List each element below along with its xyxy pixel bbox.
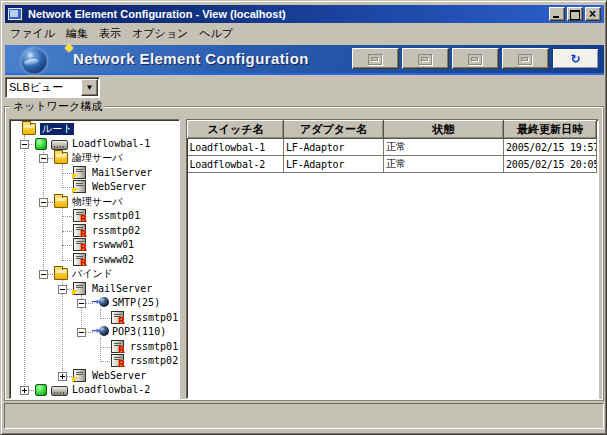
tree-item[interactable]: rswww01 [12, 238, 177, 253]
expand-icon[interactable] [20, 386, 29, 395]
title-bar[interactable]: Network Element Configuration - View (lo… [5, 5, 604, 23]
server-r-icon [73, 209, 86, 222]
tool-button-1[interactable] [352, 48, 399, 69]
tree-item[interactable]: WebServer [12, 180, 177, 195]
collapse-icon[interactable] [77, 299, 86, 308]
tree-item-label: Loadflowbal-1 [72, 138, 150, 150]
combobox-drop-button[interactable]: ▼ [81, 79, 98, 96]
folder-icon [54, 268, 68, 280]
collapse-icon[interactable] [39, 270, 48, 279]
table-cell: LF-Adaptor [284, 156, 384, 173]
tool-button-3-icon [468, 53, 484, 65]
tree-item[interactable]: rssmtp01 [12, 209, 177, 224]
view-selector-value: SLBビュー [6, 78, 81, 97]
tool-button-4-icon [518, 53, 534, 65]
tree-item-label: POP3(110) [112, 326, 166, 338]
tree-item-label: rswww02 [92, 254, 134, 266]
menu-item-1[interactable]: 編集 [61, 24, 94, 43]
network-tree: ルートLoadflowbal-1論理サーバMailServerWebServer… [12, 122, 177, 396]
expand-icon[interactable] [58, 372, 67, 381]
tool-button-4[interactable] [502, 48, 549, 69]
tree-connector [62, 208, 63, 261]
server-r-icon [111, 354, 124, 367]
server-r-icon [111, 311, 124, 324]
tree-item[interactable]: rssmtp01 [12, 340, 177, 355]
collapse-icon[interactable] [77, 328, 86, 337]
collapse-icon[interactable] [39, 154, 48, 163]
tree-item[interactable]: ルート [12, 122, 177, 137]
menu-item-0[interactable]: ファイル [5, 24, 61, 43]
collapse-icon[interactable] [58, 285, 67, 294]
tree-connector [100, 338, 101, 362]
tree-item[interactable]: SMTP(25) [12, 296, 177, 311]
column-header-2[interactable]: 状態 [384, 121, 504, 139]
view-selector-combobox[interactable]: SLBビュー ▼ [5, 77, 100, 98]
server-arrow-icon [73, 369, 86, 382]
tree-item[interactable]: WebServer [12, 369, 177, 384]
tree-connector [24, 135, 25, 391]
table-cell: 正常 [384, 156, 504, 173]
menu-item-3[interactable]: オプション [127, 24, 194, 43]
table-row[interactable]: Loadflowbal-1LF-Adaptor正常2005/02/15 19:5… [188, 139, 597, 156]
tree-item-label: rswww01 [92, 239, 134, 251]
tree-item[interactable]: Loadflowbal-2 [12, 383, 177, 398]
table-cell: 2005/02/15 20:05 [504, 156, 597, 173]
tree-item[interactable]: rswww02 [12, 253, 177, 268]
tree-item-label: WebServer [92, 370, 146, 382]
tree-item[interactable]: Loadflowbal-1 [12, 137, 177, 152]
close-button[interactable] [585, 7, 601, 21]
refresh-button[interactable]: ↻ [552, 48, 599, 69]
tool-button-2-icon [418, 53, 434, 65]
switch-table-panel: スイッチ名アダプター名状態最終更新日時Loadflowbal-1LF-Adapt… [186, 119, 599, 399]
tree-connector [100, 309, 101, 319]
window-title: Network Element Configuration - View (lo… [28, 8, 286, 20]
chevron-down-icon: ▼ [86, 83, 94, 92]
tree-connector [62, 164, 63, 188]
tree-item[interactable]: MailServer [12, 166, 177, 181]
app-icon [8, 8, 22, 20]
tree-item-label: rssmtp01 [92, 210, 140, 222]
network-groupbox-label: ネットワーク構成 [10, 99, 105, 114]
menu-item-2[interactable]: 表示 [94, 24, 127, 43]
tree-item-label: 論理サーバ [72, 152, 122, 164]
switch-icon [51, 386, 68, 396]
table-row[interactable]: Loadflowbal-2LF-Adaptor正常2005/02/15 20:0… [188, 156, 597, 173]
tree-item-label: rssmtp01 [130, 341, 178, 353]
tree-item[interactable]: 論理サーバ [12, 151, 177, 166]
tree-item-label: バインド [72, 268, 113, 280]
tree-item-label: SMTP(25) [112, 297, 160, 309]
column-header-3[interactable]: 最終更新日時 [504, 121, 597, 139]
tree-item[interactable]: バインド [12, 267, 177, 282]
globe-logo-icon [21, 48, 47, 74]
tree-item[interactable]: rssmtp02 [12, 224, 177, 239]
tree-item[interactable]: POP3(110) [12, 325, 177, 340]
banner: Network Element Configuration ↻ [5, 45, 604, 75]
tree-connector [62, 280, 63, 377]
tool-button-3[interactable] [452, 48, 499, 69]
tree-item-label: Loadflowbal-2 [72, 384, 150, 396]
column-header-0[interactable]: スイッチ名 [188, 121, 284, 139]
minimize-button[interactable] [549, 7, 565, 21]
menu-item-4[interactable]: ヘルプ [194, 24, 239, 43]
arrow-sphere-icon [92, 296, 109, 309]
tree-item[interactable]: rssmtp01 [12, 311, 177, 326]
tree-item[interactable]: rssmtp02 [12, 354, 177, 369]
collapse-icon[interactable] [39, 198, 48, 207]
folder-icon [54, 196, 68, 208]
switch-icon [51, 140, 68, 150]
server-arrow-icon [73, 166, 86, 179]
tree-item-label: WebServer [92, 181, 146, 193]
column-header-1[interactable]: アダプター名 [284, 121, 384, 139]
tree-item[interactable]: 物理サーバ [12, 195, 177, 210]
tool-button-1-icon [368, 53, 384, 65]
tool-button-2[interactable] [402, 48, 449, 69]
table-cell: 正常 [384, 139, 504, 156]
collapse-icon[interactable] [20, 140, 29, 149]
tree-item[interactable]: MailServer [12, 282, 177, 297]
sparkle-icon [65, 44, 73, 52]
folder-icon [54, 152, 68, 164]
menu-bar: ファイル編集表示オプションヘルプ [5, 23, 604, 43]
led-green-icon [35, 138, 47, 150]
maximize-button[interactable] [567, 7, 583, 21]
tree-item-label: ルート [40, 123, 74, 135]
